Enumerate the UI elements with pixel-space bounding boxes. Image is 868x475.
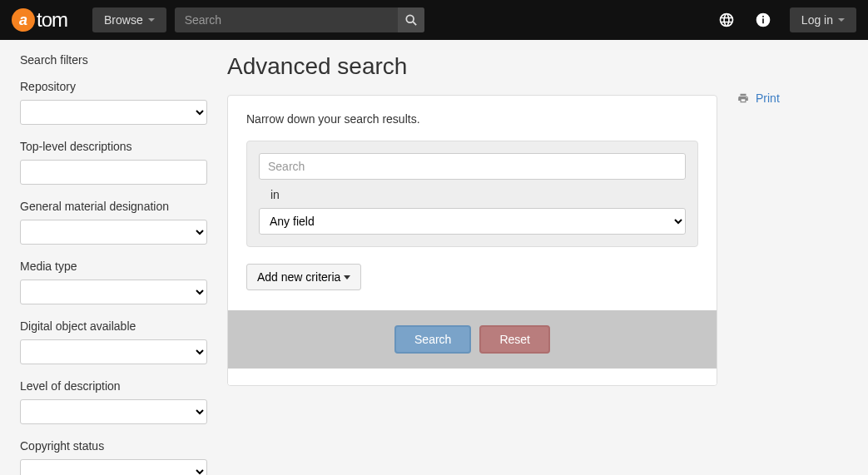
criteria-field-select[interactable]: Any field [259, 208, 686, 235]
logo-mark: a [12, 8, 35, 32]
gmd-select[interactable] [20, 220, 207, 245]
caret-down-icon [344, 275, 350, 280]
level-select[interactable] [20, 399, 207, 424]
svg-line-1 [413, 22, 416, 25]
filter-label-repository: Repository [20, 80, 207, 93]
filter-label-level: Level of description [20, 379, 207, 393]
search-panel: Narrow down your search results. in Any … [227, 95, 717, 386]
print-link[interactable]: Print [737, 92, 780, 105]
filter-label-top-level: Top-level descriptions [20, 140, 207, 153]
login-button[interactable]: Log in [790, 7, 856, 32]
svg-rect-3 [762, 18, 764, 23]
media-type-select[interactable] [20, 280, 207, 304]
caret-down-icon [148, 18, 155, 22]
browse-button[interactable]: Browse [92, 7, 166, 32]
logo-text: tom [37, 8, 67, 32]
filter-label-copyright: Copyright status [20, 439, 207, 453]
navbar: a tom Browse Log in [0, 0, 868, 40]
reset-button[interactable]: Reset [479, 325, 550, 354]
global-search-input[interactable] [175, 7, 424, 32]
repository-select[interactable] [20, 100, 207, 125]
filter-label-gmd: General material designation [20, 200, 207, 213]
sidebar-title: Search filters [20, 53, 207, 67]
sidebar: Search filters Repository Top-level desc… [20, 53, 207, 475]
filter-label-media-type: Media type [20, 260, 207, 273]
login-label: Log in [801, 13, 833, 27]
filter-label-digital-object: Digital object available [20, 319, 207, 333]
add-criteria-label: Add new criteria [257, 270, 340, 284]
page-title: Advanced search [227, 53, 717, 80]
criteria-box: in Any field [246, 141, 698, 247]
intro-text: Narrow down your search results. [246, 112, 698, 126]
svg-point-0 [406, 15, 414, 22]
global-search [175, 7, 424, 32]
logo[interactable]: a tom [12, 8, 67, 32]
global-search-submit[interactable] [398, 7, 424, 32]
in-label: in [270, 188, 686, 201]
info-icon[interactable] [753, 10, 773, 30]
criteria-search-input[interactable] [259, 153, 686, 180]
top-level-input[interactable] [20, 160, 207, 185]
copyright-select[interactable] [20, 459, 207, 475]
main-content: Advanced search Narrow down your search … [227, 53, 717, 475]
side-actions: Print [737, 53, 846, 475]
print-label: Print [756, 92, 780, 105]
add-criteria-button[interactable]: Add new criteria [246, 264, 361, 290]
panel-actions: Search Reset [228, 310, 717, 369]
print-icon [737, 92, 749, 104]
globe-icon[interactable] [717, 10, 737, 30]
digital-object-select[interactable] [20, 339, 207, 364]
search-button[interactable]: Search [394, 325, 471, 354]
browse-label: Browse [104, 13, 143, 27]
caret-down-icon [838, 18, 845, 22]
search-icon [405, 14, 417, 26]
svg-rect-4 [762, 16, 764, 17]
